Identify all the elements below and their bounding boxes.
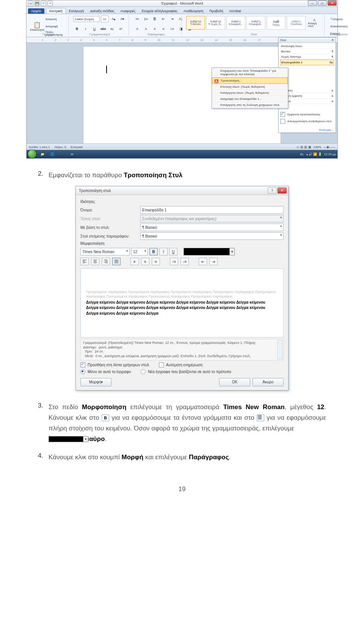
save-icon[interactable]: 💾 [35, 1, 40, 6]
cm-update-style[interactable]: Ενημέρωση του στυλ "Επικεφαλίδα 1" για σ… [212, 68, 288, 77]
paste-button[interactable]: 📋 Επικόλληση [31, 19, 43, 33]
tab-review[interactable]: Αναθεώρηση [180, 8, 206, 14]
align-left-icon[interactable]: ≡ [133, 25, 141, 32]
styles-pane-item[interactable]: Έντονοa [280, 99, 334, 104]
increase-indent-button[interactable]: ⇥ [209, 258, 218, 265]
tab-insert[interactable]: Εισαγωγή [66, 8, 87, 14]
decrease-before-button[interactable]: ↓≡ [180, 258, 189, 265]
font-color-select[interactable] [184, 248, 230, 255]
tab-home[interactable]: Κεντρική [46, 8, 66, 14]
only-this-doc-radio[interactable] [80, 369, 85, 374]
tab-file[interactable]: Αρχείο [28, 8, 44, 14]
style-nospacing[interactable]: ΑαΒβΓγΔ¶ Χωρίς δι... [206, 16, 225, 30]
strike-icon[interactable]: abc [99, 25, 107, 32]
align-center-icon[interactable]: ≡ [142, 25, 150, 32]
help-button[interactable]: ? [268, 187, 277, 194]
bold-button[interactable]: B [149, 248, 158, 255]
tab-page-layout[interactable]: Διάταξη σελίδας [87, 8, 117, 14]
undo-icon[interactable]: ↶ [41, 1, 46, 6]
zoom-slider[interactable]: —◉—— [323, 145, 335, 149]
font-size-select[interactable]: 11 [101, 16, 109, 22]
tab-references[interactable]: Αναφορές [117, 8, 138, 14]
tab-acrobat[interactable]: Acrobat [226, 8, 244, 14]
shading-icon[interactable]: ◨ [177, 25, 185, 32]
tab-view[interactable]: Προβολή [206, 8, 226, 14]
outdent-icon[interactable]: ⇤ [160, 16, 167, 22]
add-quick-checkbox[interactable] [80, 362, 85, 367]
italic-icon[interactable]: I [82, 25, 89, 32]
minimize-button[interactable]: — [308, 0, 317, 6]
align-right-button[interactable] [102, 258, 110, 265]
next-para-select[interactable]: ¶ Βασικό [140, 232, 284, 240]
style-title[interactable]: ΑαΒΤίτλος [267, 16, 286, 30]
styles-pane-clear[interactable]: Απαλοιφή όλων [280, 44, 334, 49]
single-spacing-button[interactable]: ≡ [130, 258, 139, 265]
maximize-button[interactable]: ▭ [318, 0, 327, 6]
styles-pane-close-icon[interactable]: ✕ [331, 38, 334, 42]
styles-pane-options-link[interactable]: Επιλογές... [319, 128, 334, 132]
multilevel-icon[interactable]: ≣ [151, 16, 158, 22]
word-task-icon[interactable]: W [68, 151, 76, 157]
style-heading2[interactable]: ΑαΒβΓγΕπικεφαλί... [246, 16, 265, 30]
replace-button[interactable]: Αντικατάσταση [329, 23, 349, 30]
styles-pane-item[interactable]: Έμφασηa [280, 88, 334, 93]
subscript-icon[interactable]: x₂ [108, 25, 116, 32]
cm-remove-all[interactable]: Κατάργηση όλων: (Χωρίς δεδομένα) [212, 90, 288, 96]
new-docs-radio[interactable] [141, 369, 146, 374]
preview-checkbox[interactable] [280, 112, 285, 117]
status-language[interactable]: Ελληνικά [71, 145, 83, 149]
styles-pane-item[interactable]: Βασικό¶ [280, 49, 334, 54]
cm-remove-quick[interactable]: Κατάργηση από τη Συλλογή γρήγορων στυλ [212, 102, 288, 108]
font-size-select[interactable]: 12 [131, 248, 148, 255]
tray-lang[interactable]: EL [300, 153, 304, 156]
redo-icon[interactable]: ↷ [47, 1, 53, 6]
numbering-icon[interactable]: 1≡ [142, 16, 150, 22]
view-buttons[interactable]: ▭ ▤ ▥ ▦ [297, 145, 311, 149]
underline-button[interactable]: U [169, 248, 177, 255]
ok-button[interactable]: OK [219, 378, 250, 386]
onehalf-spacing-button[interactable]: ≡ [141, 258, 149, 265]
dialog-close-button[interactable]: ✕ [278, 187, 287, 194]
start-button[interactable] [28, 150, 36, 158]
tab-mailings[interactable]: Στοιχεία αλληλογραφίας [138, 8, 180, 14]
underline-icon[interactable]: U [91, 25, 98, 32]
format-menu-button[interactable]: Μορφή ▾ [80, 378, 111, 386]
style-subtitle[interactable]: ΑαΒβΓγΥπότιτλος [287, 16, 306, 30]
zoom-level[interactable]: 130% [314, 145, 321, 149]
align-left-button[interactable] [80, 258, 89, 265]
bullets-icon[interactable]: •≡ [133, 16, 141, 22]
ie-icon[interactable]: 🌐 [49, 151, 56, 157]
superscript-icon[interactable]: x² [117, 25, 125, 32]
explorer-icon[interactable]: 📁 [39, 151, 46, 157]
italic-button[interactable]: I [159, 248, 168, 255]
cm-delete-style[interactable]: Διαγραφή του Επικεφαλίδα 1... [212, 96, 288, 102]
cancel-button[interactable]: Άκυρο [253, 378, 284, 386]
cm-modify-style[interactable]: 🅰️ Τροποποίηση... [212, 77, 288, 84]
disable-linked-checkbox[interactable] [280, 119, 285, 124]
change-styles-button[interactable]: A Αλλαγή στυλ [307, 16, 322, 30]
decrease-indent-button[interactable]: ⇤ [199, 258, 207, 265]
auto-update-checkbox[interactable] [159, 362, 164, 367]
increase-before-button[interactable]: ↑≡ [170, 258, 178, 265]
styles-pane-item[interactable]: Χωρίς διάστιχο¶ [280, 54, 334, 60]
style-heading1[interactable]: ΑαΒβΓγΕπικεφαλί... [226, 16, 245, 30]
description-scrollbar[interactable] [277, 340, 282, 359]
line-spacing-icon[interactable]: ↕≡ [168, 25, 176, 32]
styles-pane-item-selected[interactable]: Επικεφαλίδα 1¶a [280, 60, 334, 65]
close-button[interactable]: ✕ [328, 0, 337, 6]
styles-pane-item[interactable]: Έντονη έμφασηa [280, 93, 334, 99]
justify-icon[interactable]: ≡ [160, 25, 167, 32]
sort-icon[interactable]: A↓ [177, 16, 185, 22]
style-normal[interactable]: ΑαΒβΓγΔ¶ Βασικό [186, 16, 205, 30]
find-button[interactable]: 🔍 Εύρεση [329, 16, 349, 22]
font-face-select[interactable]: Times New Roman [80, 248, 130, 255]
bold-icon[interactable]: B [73, 25, 81, 32]
cm-select-all[interactable]: Επιλογή όλων: (Χωρίς δεδομένα) [212, 84, 288, 90]
align-center-button[interactable] [91, 258, 99, 265]
justify-button[interactable] [112, 258, 121, 265]
copy-button[interactable]: Αντιγραφή [44, 23, 66, 30]
shrink-font-icon[interactable]: A▾ [119, 16, 126, 22]
grow-font-icon[interactable]: A▴ [110, 16, 118, 22]
cut-button[interactable]: Αποκοπή [44, 16, 66, 22]
excel-icon[interactable]: X [58, 151, 66, 157]
